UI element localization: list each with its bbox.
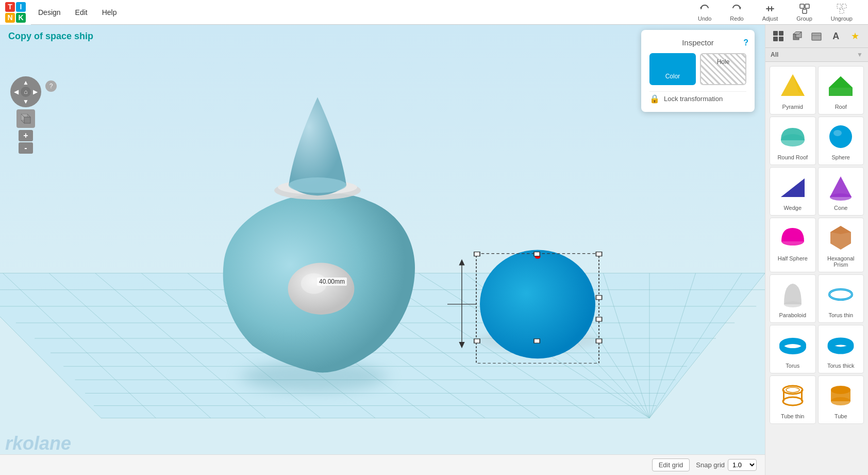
shape-item-pyramid[interactable]: Pyramid — [770, 66, 816, 114]
svg-rect-74 — [773, 37, 778, 41]
shapes-panel: ‹ A ★ All ▼ PyramidRoofRound — [765, 25, 868, 475]
shape-item-sphere[interactable]: Sphere — [818, 117, 864, 165]
color-swatch — [663, 58, 682, 71]
svg-marker-84 — [829, 76, 853, 88]
shape-visual-sphere — [825, 121, 856, 152]
menu-help[interactable]: Help — [95, 0, 124, 25]
shape-item-cone[interactable]: Cone — [818, 167, 864, 216]
view-cube[interactable] — [16, 109, 35, 128]
nav-right[interactable]: ▶ — [31, 87, 40, 97]
shape-item-wedge[interactable]: Wedge — [770, 167, 816, 216]
redo-button[interactable]: Redo — [725, 1, 748, 24]
group-button[interactable]: Group — [791, 1, 817, 24]
shape-item-tube[interactable]: Tube — [818, 375, 864, 424]
menu-design[interactable]: Design — [31, 0, 68, 25]
svg-rect-2 — [766, 8, 774, 9]
hole-button[interactable]: Hole — [700, 53, 746, 85]
nav-left[interactable]: ◀ — [12, 87, 21, 97]
svg-rect-75 — [779, 37, 783, 41]
svg-point-102 — [783, 397, 803, 405]
menu-edit[interactable]: Edit — [68, 0, 95, 25]
shape-label-hexagonal-prism: Hexagonal Prism — [821, 255, 862, 268]
shape-visual-round-roof — [777, 121, 808, 152]
edit-grid-button[interactable]: Edit grid — [652, 458, 690, 471]
snap-select[interactable]: 1.0 0.5 0.25 — [728, 459, 757, 471]
toolbar: Undo Redo Adjust Group Ungroup — [693, 1, 868, 24]
ungroup-button[interactable]: Ungroup — [826, 1, 858, 24]
shape-visual-cone — [825, 172, 856, 203]
lock-icon: 🔒 — [649, 94, 660, 104]
inspector-help-icon[interactable]: ? — [743, 38, 748, 47]
shape-item-half-sphere[interactable]: Half Sphere — [770, 218, 816, 272]
svg-point-106 — [786, 387, 799, 392]
collapse-panel-button[interactable]: ‹ — [765, 240, 765, 260]
shape-label-roof: Roof — [835, 104, 847, 110]
svg-rect-66 — [596, 317, 602, 321]
svg-rect-9 — [842, 4, 846, 8]
nav-up[interactable]: ▲ — [21, 78, 31, 87]
viewport[interactable]: Copy of space ship ? ▲ ◀ ⌂ ▶ ▼ — [0, 25, 765, 475]
shape-label-torus-thin: Torus thin — [828, 312, 853, 318]
help-icon[interactable]: ? — [45, 80, 57, 92]
shape-label-torus: Torus — [786, 363, 799, 369]
logo-i: I — [16, 2, 26, 12]
shape-item-roof[interactable]: Roof — [818, 66, 864, 114]
svg-rect-3 — [768, 6, 769, 11]
shape-visual-pyramid — [777, 71, 808, 102]
shape-label-cone: Cone — [834, 205, 847, 211]
svg-point-91 — [830, 193, 852, 201]
svg-point-52 — [289, 177, 346, 193]
shape-visual-torus-thin — [825, 279, 856, 310]
panel-text-icon[interactable]: A — [828, 28, 844, 44]
shape-item-torus-thick[interactable]: Torus thick — [818, 325, 864, 373]
panel-cube-icon[interactable] — [789, 28, 806, 44]
nav-home[interactable]: ⌂ — [21, 87, 31, 97]
shape-visual-hexagonal-prism — [825, 222, 856, 253]
shape-item-hexagonal-prism[interactable]: Hexagonal Prism — [818, 218, 864, 272]
shape-visual-torus-thick — [825, 330, 856, 361]
undo-button[interactable]: Undo — [693, 1, 716, 24]
svg-rect-79 — [812, 33, 821, 40]
svg-rect-62 — [596, 339, 602, 343]
shape-item-tube-thin[interactable]: Tube thin — [770, 375, 816, 424]
panel-grid-icon[interactable] — [770, 28, 787, 44]
color-button[interactable]: Color — [649, 53, 696, 85]
shape-visual-wedge — [777, 172, 808, 203]
shape-visual-tube — [825, 380, 856, 411]
shape-item-paraboloid[interactable]: Paraboloid — [770, 274, 816, 323]
nav-controls: ▲ ◀ ⌂ ▶ ▼ + - — [10, 76, 41, 154]
shape-item-torus[interactable]: Torus — [770, 325, 816, 373]
svg-marker-89 — [781, 178, 805, 197]
shape-visual-roof — [825, 71, 856, 102]
nav-orbit[interactable]: ▲ ◀ ⌂ ▶ ▼ — [10, 76, 41, 107]
menubar: T I N K Design Edit Help Undo Redo Adjus… — [0, 0, 868, 25]
svg-rect-60 — [596, 252, 602, 256]
shape-label-pyramid: Pyramid — [782, 104, 803, 110]
svg-rect-59 — [474, 252, 480, 256]
nav-down[interactable]: ▼ — [21, 97, 31, 106]
project-title: Copy of space ship — [8, 31, 93, 42]
svg-point-95 — [784, 301, 802, 307]
inspector-panel: Inspector Color Hole 🔒 Lock transformati… — [641, 30, 755, 112]
logo-k: K — [16, 13, 26, 23]
panel-star-icon[interactable]: ★ — [847, 28, 863, 44]
shape-item-torus-thin[interactable]: Torus thin — [818, 274, 864, 323]
svg-rect-8 — [837, 4, 841, 8]
shapes-grid: PyramidRoofRound RoofSphereWedgeConeHalf… — [765, 62, 868, 428]
svg-rect-4 — [771, 6, 772, 11]
zoom-out-button[interactable]: - — [19, 142, 33, 154]
shape-visual-torus — [777, 330, 808, 361]
snap-row: Snap grid 1.0 0.5 0.25 — [696, 459, 757, 471]
zoom-in-button[interactable]: + — [19, 130, 33, 141]
shape-visual-paraboloid — [777, 279, 808, 310]
bottom-bar: Edit grid Snap grid 1.0 0.5 0.25 — [0, 454, 765, 475]
svg-rect-61 — [474, 339, 480, 343]
shape-item-round-roof[interactable]: Round Roof — [770, 117, 816, 165]
inspector-buttons: Color Hole — [649, 53, 746, 85]
svg-rect-5 — [800, 4, 804, 8]
adjust-button[interactable]: Adjust — [757, 1, 783, 24]
zoom-controls: + - — [19, 130, 33, 154]
panel-box-icon[interactable] — [808, 28, 825, 44]
logo[interactable]: T I N K — [0, 0, 31, 25]
shape-label-tube-thin: Tube thin — [781, 413, 804, 419]
